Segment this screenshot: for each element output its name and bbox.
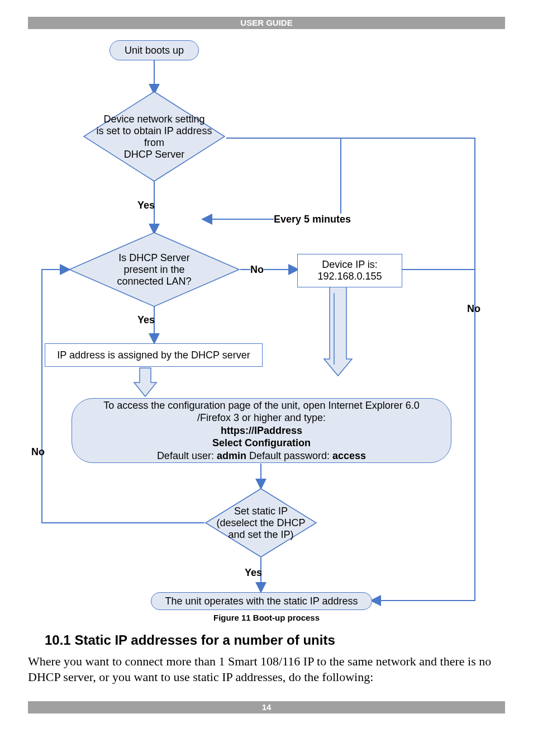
decision-dhcp-setting: Device network setting is set to obtain …	[94, 89, 215, 185]
deviceip-l2: 192.168.0.155	[317, 271, 382, 282]
d3-no-label: No	[31, 446, 45, 458]
decision-dhcp-present: Is DHCP Server present in the connected …	[67, 230, 241, 309]
d2-no-label: No	[250, 264, 264, 276]
cfg-l1: To access the configuration page of the …	[103, 399, 419, 412]
header-bar: USER GUIDE	[28, 17, 505, 29]
section-heading: 10.1 Static IP addresses for a number of…	[45, 632, 505, 648]
d3-l1: Set static IP	[216, 505, 305, 517]
d1-line1: Device network setting	[87, 114, 221, 125]
footer-bar: 14	[28, 701, 505, 714]
deviceip-l1: Device IP is:	[317, 259, 382, 271]
cfg-l5a: Default user:	[157, 450, 217, 461]
flow-start-text: Unit boots up	[125, 45, 184, 56]
config-box: To access the configuration page of the …	[72, 398, 451, 463]
final-text: The unit operates with the static IP add…	[165, 596, 358, 607]
d1-no-label: No	[467, 303, 480, 315]
cfg-l5d: access	[332, 450, 366, 461]
device-ip-box: Device IP is: 192.168.0.155	[297, 254, 402, 287]
section-paragraph: Where you want to connect more than 1 Sm…	[28, 654, 505, 684]
cfg-l5c: Default password:	[246, 450, 332, 461]
d2-line3: connected LAN?	[117, 276, 191, 287]
cfg-l3: https://IPaddress	[221, 424, 302, 437]
ip-assigned-box: IP address is assigned by the DHCP serve…	[45, 343, 263, 367]
flow-start: Unit boots up	[110, 40, 199, 60]
d1-line3: DHCP Server	[87, 149, 221, 160]
d1-line2: is set to obtain IP address from	[87, 125, 221, 149]
d3-l2: (deselect the DHCP	[216, 517, 305, 529]
decision-set-static: Set static IP (deselect the DHCP and set…	[203, 486, 318, 559]
cfg-l5b: admin	[217, 450, 246, 461]
final-box: The unit operates with the static IP add…	[151, 592, 372, 610]
figure-caption: Figure 11 Boot-up process	[28, 613, 505, 622]
every5-label: Every 5 minutes	[274, 214, 351, 225]
cfg-l2: /Firefox 3 or higher and type:	[197, 412, 326, 424]
assigned-text: IP address is assigned by the DHCP serve…	[57, 349, 250, 361]
d2-yes-label: Yes	[137, 314, 155, 326]
d2-line1: Is DHCP Server	[117, 252, 191, 264]
d3-yes-label: Yes	[245, 567, 262, 579]
cfg-l4: Select Configuration	[212, 437, 311, 450]
flowchart: Unit boots up Device network setting is …	[28, 35, 505, 625]
d2-line2: present in the	[117, 264, 191, 276]
d3-l3: and set the IP)	[216, 529, 305, 541]
d1-yes-label: Yes	[137, 200, 155, 211]
